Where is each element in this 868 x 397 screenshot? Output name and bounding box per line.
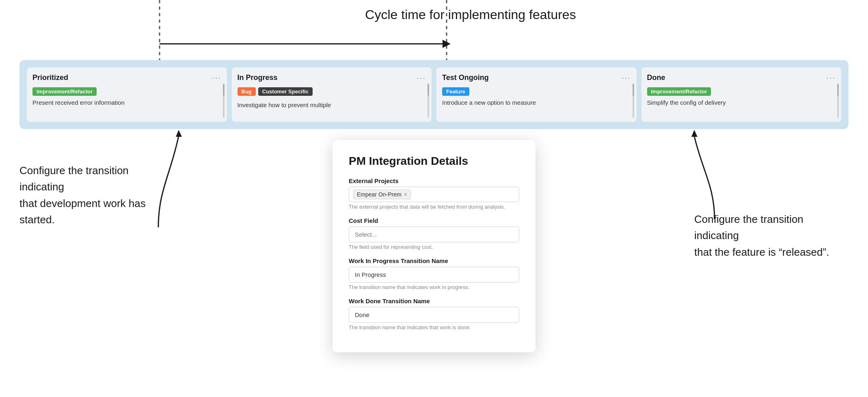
svg-marker-5 — [691, 130, 697, 137]
wip-transition-label: Work In Progress Transition Name — [349, 257, 519, 264]
column-done: Done ··· Improvement/Refactor Simplify t… — [641, 67, 842, 122]
tag-bug: Bug — [238, 87, 256, 96]
done-transition-input[interactable] — [349, 307, 519, 323]
svg-marker-3 — [443, 40, 451, 48]
done-transition-hint: The transition name that indicates that … — [349, 324, 519, 330]
column-title-test-ongoing: Test Ongoing — [442, 73, 489, 82]
done-transition-label: Work Done Transition Name — [349, 298, 519, 304]
column-title-in-progress: In Progress — [238, 73, 278, 82]
cost-field-hint: The field used for representing cost. — [349, 244, 519, 250]
column-in-progress: In Progress ··· Bug Customer Specific In… — [232, 67, 432, 122]
wip-transition-input[interactable] — [349, 267, 519, 283]
wip-transition-group: Work In Progress Transition Name The tra… — [349, 257, 519, 290]
done-transition-group: Work Done Transition Name The transition… — [349, 298, 519, 330]
card-text-test-ongoing: Introduce a new option to measure — [442, 98, 631, 107]
svg-marker-4 — [176, 130, 182, 137]
column-title-prioritized: Prioritized — [32, 73, 68, 82]
cycle-time-label: Cycle time for implementing features — [365, 7, 576, 22]
cost-field-group: Cost Field The field used for representi… — [349, 217, 519, 250]
right-annotation: Configure the transition indicatingthat … — [694, 211, 849, 260]
card-text-prioritized: Present received error information — [32, 98, 221, 107]
column-prioritized: Prioritized ··· Improvement/Refactor Pre… — [27, 67, 227, 122]
external-projects-tag: Empear On-Prem × — [353, 190, 411, 199]
column-menu-prioritized[interactable]: ··· — [212, 73, 221, 82]
external-projects-group: External Projects Empear On-Prem × The e… — [349, 177, 519, 210]
cost-field-label: Cost Field — [349, 217, 519, 224]
card-text-in-progress: Investigate how to prevent multiple — [238, 101, 426, 109]
tag-improvement-refactor-2: Improvement/Refactor — [647, 87, 711, 96]
cost-field-input[interactable] — [349, 227, 519, 242]
wip-transition-hint: The transition name that indicates work … — [349, 284, 519, 290]
tag-feature: Feature — [442, 87, 469, 96]
kanban-board: Prioritized ··· Improvement/Refactor Pre… — [19, 60, 849, 129]
column-menu-test-ongoing[interactable]: ··· — [622, 73, 631, 82]
external-projects-input[interactable]: Empear On-Prem × — [349, 187, 519, 202]
external-projects-remove[interactable]: × — [404, 191, 407, 198]
column-menu-done[interactable]: ··· — [826, 73, 836, 82]
tag-customer-specific: Customer Specific — [258, 87, 313, 96]
left-annotation: Configure the transition indicatingthat … — [19, 162, 166, 228]
column-title-done: Done — [647, 73, 665, 82]
external-projects-label: External Projects — [349, 177, 519, 184]
pm-integration-modal: PM Integration Details External Projects… — [333, 140, 535, 352]
card-text-done: Simplify the config of delivery — [647, 98, 836, 107]
external-projects-hint: The external projects that data will be … — [349, 204, 519, 210]
column-menu-in-progress[interactable]: ··· — [417, 73, 426, 82]
modal-title: PM Integration Details — [349, 155, 519, 168]
column-test-ongoing: Test Ongoing ··· Feature Introduce a new… — [436, 67, 637, 122]
tag-improvement-refactor-1: Improvement/Refactor — [32, 87, 97, 96]
cycle-time-annotation: Cycle time for implementing features — [154, 7, 787, 27]
